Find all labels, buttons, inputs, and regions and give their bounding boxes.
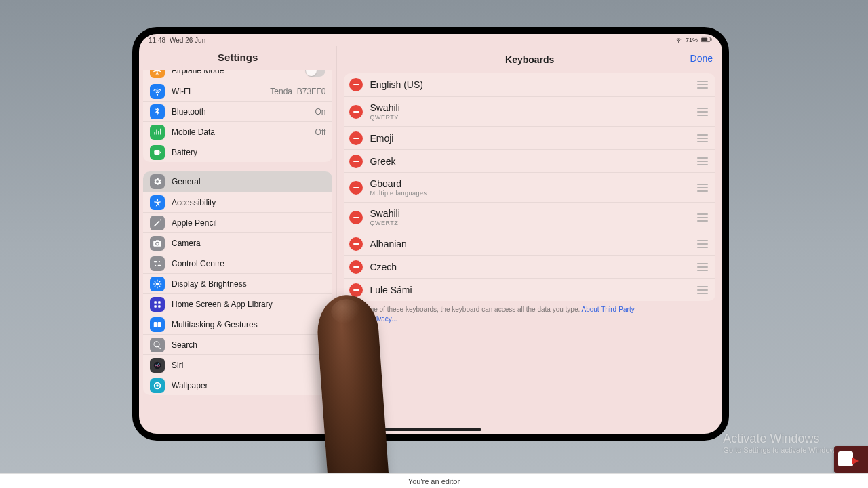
reorder-handle-icon[interactable] [696, 214, 709, 222]
keyboard-name: Greek [370, 156, 690, 167]
general-icon [150, 174, 165, 189]
done-button[interactable]: Done [690, 53, 713, 64]
keyboard-row[interactable]: Emoji [344, 126, 715, 149]
sidebar-item-label: Battery [172, 148, 326, 157]
sidebar-item-label: Control Centre [172, 259, 326, 268]
footer-text: using one of these keyboards, the keyboa… [348, 306, 581, 313]
sidebar-item-bluetooth[interactable]: BluetoothOn [143, 101, 332, 121]
sidebar-item-accessibility[interactable]: Accessibility [143, 192, 332, 212]
airplane-toggle[interactable] [305, 70, 326, 77]
sidebar-item-multitasking[interactable]: Multitasking & Gestures [143, 314, 332, 334]
wifi-icon [150, 84, 165, 99]
svg-point-8 [155, 264, 156, 266]
settings-sidebar: Settings Airplane ModeWi-FiTenda_B73FF0B… [139, 46, 337, 434]
delete-icon[interactable] [349, 237, 363, 251]
sidebar-item-display[interactable]: Display & Brightness [143, 273, 332, 293]
keyboard-row[interactable]: Lule Sámi [344, 278, 715, 301]
svg-rect-4 [160, 151, 161, 152]
reorder-handle-icon[interactable] [696, 81, 709, 89]
keyboard-row[interactable]: Greek [344, 149, 715, 172]
reorder-handle-icon[interactable] [696, 184, 709, 192]
sidebar-item-label: Display & Brightness [172, 279, 326, 289]
keyboard-sub: Multiple languages [370, 190, 690, 197]
keyboard-sub: QWERTZ [370, 220, 690, 226]
reorder-handle-icon[interactable] [696, 157, 709, 165]
svg-rect-1 [701, 38, 707, 41]
reorder-handle-icon[interactable] [696, 108, 709, 116]
battery-icon [150, 145, 165, 160]
about-third-party-link[interactable]: About Third-Party [582, 306, 635, 313]
sidebar-item-home-screen[interactable]: Home Screen & App Library [143, 293, 332, 314]
keyboard-text: Lule Sámi [370, 285, 690, 296]
svg-point-5 [157, 199, 158, 200]
sidebar-item-search[interactable]: Search [143, 334, 332, 354]
reorder-handle-icon[interactable] [696, 240, 709, 248]
delete-icon[interactable] [349, 155, 363, 168]
sidebar-item-label: Wi-Fi [172, 87, 263, 96]
sidebar-item-label: Accessibility [172, 198, 326, 207]
sidebar-item-airplane[interactable]: Airplane Mode [143, 70, 332, 81]
keyboard-name: Lule Sámi [370, 285, 690, 296]
delete-icon[interactable] [349, 260, 363, 274]
sidebar-item-apple-pencil[interactable]: Apple Pencil [143, 212, 332, 232]
keyboard-text: Greek [370, 156, 690, 167]
svg-rect-11 [154, 301, 157, 304]
sidebar-item-value: Tenda_B73FF0 [270, 87, 326, 96]
sidebar-item-battery[interactable]: Battery [143, 142, 332, 162]
bluetooth-icon [150, 104, 165, 119]
svg-rect-3 [154, 150, 159, 155]
sidebar-item-camera[interactable]: Camera [143, 232, 332, 253]
battery-percent: 71% [686, 37, 698, 43]
svg-rect-2 [711, 38, 712, 41]
reorder-handle-icon[interactable] [696, 263, 709, 271]
sidebar-item-wifi[interactable]: Wi-FiTenda_B73FF0 [143, 81, 332, 101]
keyboard-row[interactable]: Albanian [344, 232, 715, 255]
keyboard-row[interactable]: SwahiliQWERTY [344, 96, 715, 126]
delete-icon[interactable] [349, 78, 363, 92]
wifi-icon [675, 35, 683, 45]
delete-icon[interactable] [349, 211, 363, 224]
detail-header: Keyboards Done [337, 46, 722, 73]
keyboard-row[interactable]: SwahiliQWERTZ [344, 202, 715, 232]
keyboard-name: Czech [370, 262, 690, 272]
delete-icon[interactable] [349, 105, 363, 119]
battery-icon [701, 36, 713, 44]
delete-icon[interactable] [349, 181, 363, 195]
status-right: 71% [675, 35, 713, 45]
status-bar: 11:48 Wed 26 Jun 71% [139, 34, 722, 46]
home-indicator[interactable] [380, 428, 481, 431]
privacy-link[interactable]: ards & Privacy... [348, 315, 397, 323]
keyboard-text: Czech [370, 262, 690, 272]
svg-point-18 [156, 384, 159, 387]
wallpaper-icon [150, 378, 165, 393]
apple-pencil-icon [150, 216, 165, 230]
delete-icon[interactable] [349, 283, 363, 297]
keyboard-text: Albanian [370, 239, 690, 249]
sidebar-item-control-centre[interactable]: Control Centre [143, 253, 332, 273]
sidebar-list[interactable]: Airplane ModeWi-FiTenda_B73FF0BluetoothO… [139, 70, 336, 434]
third-party-footer: using one of these keyboards, the keyboa… [337, 301, 722, 324]
keyboard-row[interactable]: Czech [344, 255, 715, 278]
svg-rect-16 [158, 321, 161, 327]
multitasking-icon [150, 317, 165, 332]
keyboard-row[interactable]: GboardMultiple languages [344, 172, 715, 202]
sidebar-item-wallpaper[interactable]: Wallpaper [143, 375, 332, 395]
sidebar-item-siri[interactable]: Siri [143, 354, 332, 375]
keyboard-row[interactable]: English (US) [344, 73, 715, 96]
sidebar-item-label: Wallpaper [172, 381, 326, 390]
keyboard-list: English (US)SwahiliQWERTYEmojiGreekGboar… [344, 73, 715, 301]
sidebar-item-label: Multitasking & Gestures [172, 320, 326, 329]
watermark-sub: Go to Settings to activate Windows. [723, 446, 841, 454]
svg-rect-14 [158, 305, 161, 308]
keyboard-text: GboardMultiple languages [370, 178, 690, 197]
sidebar-item-label: Siri [172, 361, 326, 370]
reorder-handle-icon[interactable] [696, 134, 709, 142]
delete-icon[interactable] [349, 131, 363, 145]
keyboard-name: Emoji [370, 133, 690, 144]
sidebar-item-general[interactable]: General [143, 171, 332, 192]
sidebar-item-mobile-data[interactable]: Mobile DataOff [143, 121, 332, 142]
editor-bar: You're an editor [0, 473, 868, 488]
keyboard-name: English (US) [370, 79, 690, 90]
keyboard-name: Swahili [370, 102, 690, 113]
reorder-handle-icon[interactable] [696, 286, 709, 294]
